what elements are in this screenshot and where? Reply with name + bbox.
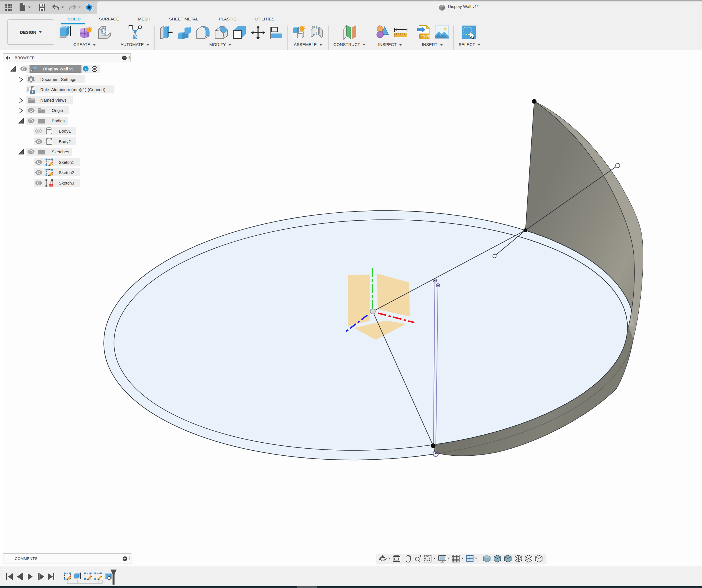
svg-text:I: I bbox=[85, 67, 86, 71]
svg-text:SVG: SVG bbox=[423, 34, 431, 38]
